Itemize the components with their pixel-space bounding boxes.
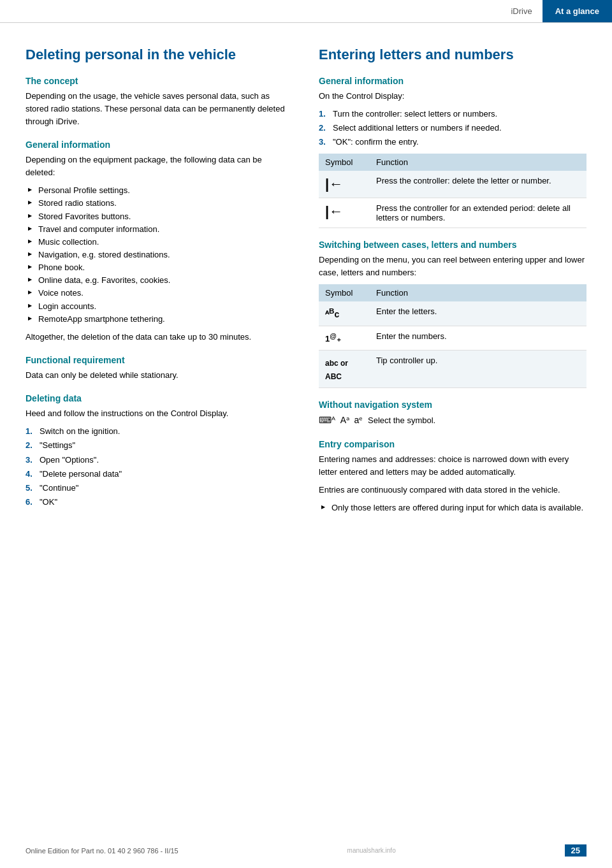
list-item: Phone book. xyxy=(26,261,293,274)
general-info-intro: Depending on the equipment package, the … xyxy=(26,154,293,179)
list-item: Stored radio stations. xyxy=(26,197,293,210)
concept-heading: The concept xyxy=(26,76,293,86)
page-footer: Online Edition for Part no. 01 40 2 960 … xyxy=(0,844,612,857)
without-nav-symbols: ⌨ᴬ Aᵃ aᵉ Select the symbol. xyxy=(319,414,586,428)
table-col-symbol: Symbol xyxy=(319,154,370,171)
table-cell-function: Press the controller: delete the letter … xyxy=(370,171,586,198)
table-cell-symbol: 1@₊ xyxy=(319,326,370,351)
list-item: 6."OK" xyxy=(26,496,293,509)
list-item: Only those letters are offered during in… xyxy=(319,502,586,514)
footer-page-number: 25 xyxy=(565,844,586,857)
list-item: Music collection. xyxy=(26,236,293,249)
symbol-table-2: Symbol Function ᴬBc Enter the letters. 1… xyxy=(319,284,586,388)
nav-sym-2: Aᵃ xyxy=(340,415,349,425)
list-item: Login accounts. xyxy=(26,300,293,313)
main-content: Deleting personal in the vehicle The con… xyxy=(0,23,612,558)
page-header: iDrive At a glance xyxy=(0,0,612,23)
header-idrive-label: iDrive xyxy=(500,0,542,22)
table-cell-symbol: |← xyxy=(319,171,370,198)
footer-text: Online Edition for Part no. 01 40 2 960 … xyxy=(26,847,178,855)
table-cell-symbol: abc or ABC xyxy=(319,351,370,388)
nav-sym-1: ⌨ᴬ xyxy=(319,415,335,425)
symbol-table-1: Symbol Function |← Press the controller:… xyxy=(319,154,586,228)
without-nav-heading: Without navigation system xyxy=(319,400,586,410)
list-item: 2."Settings" xyxy=(26,439,293,452)
table-row: |← Press the controller: delete the lett… xyxy=(319,171,586,198)
list-item: Voice notes. xyxy=(26,287,293,300)
list-item: RemoteApp smartphone tethering. xyxy=(26,313,293,326)
without-nav-body: Select the symbol. xyxy=(368,416,435,425)
list-item: Personal Profile settings. xyxy=(26,184,293,197)
switching-body: Depending on the menu, you can reel betw… xyxy=(319,254,586,279)
general-info-heading: General information xyxy=(26,140,293,150)
entry-comparison-list: Only those letters are offered during in… xyxy=(319,502,586,514)
list-item: 1.Switch on the ignition. xyxy=(26,425,293,438)
general-info-list: Personal Profile settings. Stored radio … xyxy=(26,184,293,326)
entry-comparison-body1: Entering names and addresses: choice is … xyxy=(319,453,586,479)
footer-site: manualshark.info xyxy=(347,847,396,854)
table-col-function: Function xyxy=(370,284,586,301)
right-main-title: Entering letters and numbers xyxy=(319,46,586,64)
list-item: 3."OK": confirm the entry. xyxy=(319,136,586,148)
list-item: 1.Turn the controller: select letters or… xyxy=(319,108,586,120)
deleting-data-steps: 1.Switch on the ignition. 2."Settings" 3… xyxy=(26,425,293,509)
right-general-info-heading: General information xyxy=(319,76,586,86)
table-cell-symbol: |← xyxy=(319,198,370,228)
table-row: |← Press the controller for an extended … xyxy=(319,198,586,228)
deleting-data-heading: Deleting data xyxy=(26,393,293,403)
right-general-info-steps: 1.Turn the controller: select letters or… xyxy=(319,108,586,148)
list-item: 3.Open "Options". xyxy=(26,454,293,467)
table-cell-function: Enter the letters. xyxy=(370,301,586,326)
table-col-symbol: Symbol xyxy=(319,284,370,301)
table-row: 1@₊ Enter the numbers. xyxy=(319,326,586,351)
concept-body: Depending on the usage, the vehicle save… xyxy=(26,90,293,128)
entry-comparison-heading: Entry comparison xyxy=(319,439,586,449)
table-cell-function: Press the controller for an extended per… xyxy=(370,198,586,228)
list-item: 5."Continue" xyxy=(26,482,293,495)
table-row: abc or ABC Tip controller up. xyxy=(319,351,586,388)
entry-comparison-body2: Entries are continuously compared with d… xyxy=(319,484,586,496)
deleting-data-intro: Heed and follow the instructions on the … xyxy=(26,407,293,420)
list-item: Online data, e.g. Favorites, cookies. xyxy=(26,274,293,287)
functional-req-heading: Functional requirement xyxy=(26,355,293,365)
table-cell-symbol: ᴬBc xyxy=(319,301,370,326)
nav-sym-3: aᵉ xyxy=(354,415,363,425)
list-item: Travel and computer information. xyxy=(26,223,293,236)
right-column: Entering letters and numbers General inf… xyxy=(319,46,586,519)
list-item: 4."Delete personal data" xyxy=(26,468,293,481)
list-item: Stored Favorites buttons. xyxy=(26,210,293,223)
table-cell-function: Enter the numbers. xyxy=(370,326,586,351)
table-col-function: Function xyxy=(370,154,586,171)
right-general-info-intro: On the Control Display: xyxy=(319,90,586,103)
table-row: ᴬBc Enter the letters. xyxy=(319,301,586,326)
list-item: Navigation, e.g. stored destinations. xyxy=(26,249,293,261)
left-main-title: Deleting personal in the vehicle xyxy=(26,46,293,64)
list-item: 2.Select additional letters or numbers i… xyxy=(319,122,586,134)
left-column: Deleting personal in the vehicle The con… xyxy=(26,46,293,519)
switching-heading: Switching between cases, letters and num… xyxy=(319,240,586,250)
general-info-footer: Altogether, the deletion of the data can… xyxy=(26,331,293,344)
functional-req-body: Data can only be deleted while stationar… xyxy=(26,369,293,382)
table-cell-function: Tip controller up. xyxy=(370,351,586,388)
header-ataglance-label: At a glance xyxy=(543,0,612,22)
